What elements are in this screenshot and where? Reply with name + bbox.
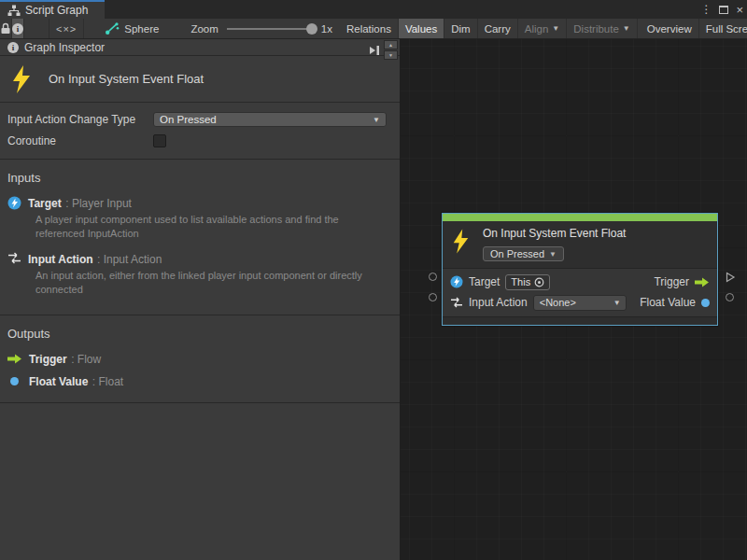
chevron-down-icon: ▼ xyxy=(549,250,557,259)
zoom-slider-handle[interactable] xyxy=(306,23,317,35)
coroutine-checkbox[interactable] xyxy=(153,134,166,147)
node-body: Target This Trigger xyxy=(443,268,717,316)
target-port-label: Target xyxy=(469,275,500,288)
selected-node-summary: On Input System Event Float xyxy=(0,56,400,103)
script-graph-asset-icon xyxy=(105,22,120,35)
float-output-port[interactable] xyxy=(726,293,734,301)
zoom-control: Zoom 1x xyxy=(183,19,340,38)
align-button[interactable]: Align▼ xyxy=(518,19,568,38)
target-input-port[interactable] xyxy=(429,273,437,281)
chevron-down-icon: ▼ xyxy=(552,24,559,33)
outputs-section: Outputs Trigger : Flow Float Value : Flo… xyxy=(0,315,400,403)
flow-arrow-icon xyxy=(695,277,710,287)
inspector-empty-area xyxy=(0,403,400,560)
distribute-button[interactable]: Distribute▼ xyxy=(567,19,638,38)
node-settings: Input Action Change Type On Pressed ▼ Co… xyxy=(0,103,400,160)
node-row-target-trigger: Target This Trigger xyxy=(443,272,717,292)
dock-panel-icon[interactable] xyxy=(368,45,381,56)
graph-toolbar: i <×> Sphere Zoom 1x Relations Values Di… xyxy=(0,19,747,39)
carry-button[interactable]: Carry xyxy=(478,19,518,38)
flow-arrow-icon xyxy=(7,354,22,364)
tab-label: Script Graph xyxy=(25,4,88,17)
scroll-down-button[interactable]: ▼ xyxy=(384,50,398,60)
input-action-icon xyxy=(7,252,21,264)
chevron-down-icon: ▼ xyxy=(623,24,630,33)
outputs-header: Outputs xyxy=(0,323,400,348)
chevron-down-icon: ▼ xyxy=(613,299,621,307)
node-mode-dropdown[interactable]: On Pressed▼ xyxy=(483,246,564,261)
event-bolt-icon xyxy=(11,65,32,93)
title-bar: Script Graph ⋮ × xyxy=(0,0,747,19)
action-input-port[interactable] xyxy=(429,293,437,301)
unity-visual-scripting-window: Script Graph ⋮ × i <×> xyxy=(0,0,747,560)
input-action-icon xyxy=(450,297,463,308)
action-port-label: Input Action xyxy=(469,296,528,309)
selected-node-title: On Input System Event Float xyxy=(49,72,204,86)
graph-inspector-header: i Graph Inspector ▲ ▼ xyxy=(0,39,400,56)
input-action-item: Input Action : Input Action An input act… xyxy=(0,248,400,304)
breadcrumb-label: Sphere xyxy=(124,23,159,35)
lock-button[interactable] xyxy=(0,19,12,38)
graph-inspector-title: Graph Inspector xyxy=(24,41,105,54)
input-target-item: Target : Player Input A player input com… xyxy=(0,192,400,248)
zoom-slider[interactable] xyxy=(227,28,313,30)
event-bolt-icon xyxy=(452,229,470,254)
maximize-icon[interactable] xyxy=(719,6,728,14)
node-row-action-float: Input Action <None> ▼ Float Value xyxy=(443,292,717,313)
input-target-description: A player input component used to list av… xyxy=(35,213,381,241)
event-accent-bar xyxy=(443,214,717,221)
code-preview-button[interactable]: <×> xyxy=(49,19,84,38)
inputs-header: Inputs xyxy=(0,167,400,192)
input-action-description: An input action, either from the linked … xyxy=(35,269,381,297)
target-this-field[interactable]: This xyxy=(505,274,550,290)
trigger-port-label: Trigger xyxy=(654,275,689,288)
code-icon: <×> xyxy=(56,23,77,35)
inspector-scrubber: ▲ ▼ xyxy=(384,40,398,60)
close-icon[interactable]: × xyxy=(736,4,743,16)
node-header[interactable]: On Input System Event Float On Pressed▼ xyxy=(443,221,717,268)
zoom-value: 1x xyxy=(321,23,332,35)
on-input-system-event-float-node[interactable]: On Input System Event Float On Pressed▼ xyxy=(442,213,718,326)
relations-button[interactable]: Relations xyxy=(340,19,399,38)
inputs-section: Inputs Target : Player Input A player in… xyxy=(0,160,400,315)
info-icon: i xyxy=(7,42,19,53)
trigger-output-port[interactable] xyxy=(725,272,736,283)
player-input-icon xyxy=(7,196,21,210)
tab-script-graph[interactable]: Script Graph xyxy=(0,0,105,19)
graph-hierarchy-icon xyxy=(7,5,21,17)
window-menu-icon[interactable]: ⋮ xyxy=(700,4,712,15)
node-title: On Input System Event Float xyxy=(483,227,626,240)
coroutine-label: Coroutine xyxy=(7,134,153,147)
scroll-up-button[interactable]: ▲ xyxy=(384,40,398,49)
values-button[interactable]: Values xyxy=(399,19,444,38)
chevron-down-icon: ▼ xyxy=(373,116,380,124)
lock-icon xyxy=(0,22,11,35)
full-screen-button[interactable]: Full Screen xyxy=(699,19,747,38)
player-input-icon xyxy=(450,275,463,288)
output-trigger-item: Trigger : Flow Float Value : Float xyxy=(0,348,400,391)
float-port-label: Float Value xyxy=(640,296,696,309)
breadcrumb[interactable]: Sphere xyxy=(97,19,166,38)
graph-canvas[interactable]: On Input System Event Float On Pressed▼ xyxy=(401,39,747,560)
change-type-label: Input Action Change Type xyxy=(7,113,153,126)
change-type-dropdown[interactable]: On Pressed ▼ xyxy=(153,112,387,127)
info-icon: i xyxy=(12,23,23,35)
overview-button[interactable]: Overview xyxy=(641,19,699,38)
node-footer xyxy=(443,316,717,325)
action-value-dropdown[interactable]: <None> ▼ xyxy=(533,295,627,311)
float-port-icon xyxy=(10,377,19,385)
inspector-toggle-button[interactable]: i xyxy=(12,19,24,38)
object-picker-icon xyxy=(534,277,544,287)
graph-inspector-panel: i Graph Inspector ▲ ▼ On Inp xyxy=(0,39,401,560)
float-port-icon xyxy=(701,299,710,307)
dim-button[interactable]: Dim xyxy=(444,19,477,38)
zoom-label: Zoom xyxy=(190,23,218,35)
